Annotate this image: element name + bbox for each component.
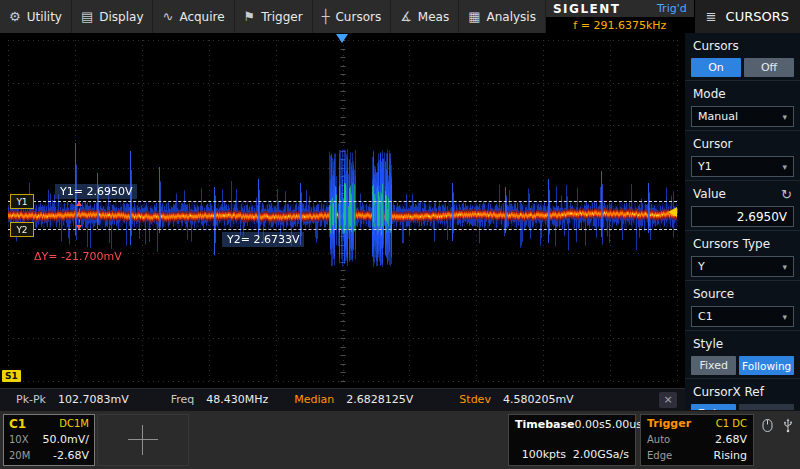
- trigger-level: 2.68V: [715, 433, 747, 447]
- measurement-label: Pk-Pk: [16, 393, 46, 406]
- cursors-type-section-label: Cursors Type: [685, 230, 800, 253]
- channel-probe: 10X: [9, 433, 29, 447]
- source-value: C1: [698, 310, 713, 323]
- menu-cursors-label: Cursors: [335, 10, 381, 24]
- measurement-median: Median 2.6828125V: [294, 393, 413, 406]
- cursor-y2-readout: Y2= 2.6733V: [222, 232, 304, 247]
- cursorx-ref-section-label: CursorX Ref: [685, 378, 800, 401]
- cursors-panel: Cursors On Off Mode Manual ▾ Cursor Y1 ▾…: [685, 33, 800, 410]
- channel-bandwidth: 20M: [9, 449, 30, 463]
- trigger-position-marker[interactable]: [336, 34, 348, 43]
- frequency-readout: f = 291.6375kHz: [546, 17, 694, 33]
- analysis-icon: ▦: [468, 10, 480, 23]
- source-dropdown[interactable]: C1 ▾: [691, 306, 794, 327]
- chevron-down-icon: ▾: [782, 262, 787, 272]
- measurement-value: 4.580205mV: [503, 393, 574, 406]
- mode-section-label: Mode: [685, 80, 800, 103]
- cursor-value-field[interactable]: 2.6950V: [691, 206, 794, 227]
- timebase-label: Timebase: [515, 418, 575, 432]
- menu-analysis[interactable]: ▦ Analysis: [459, 0, 546, 33]
- timebase-box[interactable]: Timebase 0.00s 5.00us/div 100kpts 2.00GS…: [508, 414, 636, 466]
- cursor-select-value: Y1: [698, 160, 712, 173]
- measurement-stdev: Stdev 4.580205mV: [459, 393, 573, 406]
- channel-offset: -2.68V: [53, 449, 89, 463]
- oscilloscope-screen: ⚙ Utility ▤ Display ∿ Acquire ⚑ Trigger …: [0, 0, 800, 469]
- cursor-y1-readout: Y1= 2.6950V: [55, 184, 137, 199]
- acquire-wave-icon: ∿: [162, 10, 173, 23]
- crosshair-zone[interactable]: [97, 414, 189, 466]
- trigger-type: Edge: [647, 449, 672, 463]
- menu-analysis-label: Analysis: [486, 10, 535, 24]
- menu-acquire-label: Acquire: [179, 10, 224, 24]
- measurement-pkpk: Pk-Pk 102.7083mV: [16, 393, 129, 406]
- segment-badge: S1: [2, 370, 21, 382]
- cursors-on-button[interactable]: On: [691, 58, 741, 77]
- timebase-rate: 2.00GSa/s: [573, 448, 629, 462]
- menu-meas-label: Meas: [418, 10, 449, 24]
- top-menu-bar: ⚙ Utility ▤ Display ∿ Acquire ⚑ Trigger …: [0, 0, 800, 33]
- cursors-type-dropdown[interactable]: Y ▾: [691, 256, 794, 277]
- usb-icon: [782, 418, 794, 433]
- cursors-on-off-toggle: On Off: [691, 58, 794, 77]
- menu-acquire[interactable]: ∿ Acquire: [153, 0, 234, 33]
- menu-list-icon: ≣: [706, 9, 717, 24]
- cursor-y2-line[interactable]: [8, 229, 677, 230]
- crosshair-icon: [128, 425, 158, 455]
- source-section-label: Source: [685, 280, 800, 303]
- measurement-value: 48.430MHz: [206, 393, 268, 406]
- close-measurements-button[interactable]: ×: [659, 392, 677, 408]
- menu-utility-label: Utility: [27, 10, 62, 24]
- menu-meas[interactable]: ∡ Meas: [391, 0, 459, 33]
- trigger-flag-icon: ⚑: [244, 10, 256, 23]
- style-following-button[interactable]: Following: [739, 356, 794, 375]
- cursor-y1-tag[interactable]: Y1: [10, 194, 34, 209]
- cursor-y2-tag[interactable]: Y2: [10, 222, 34, 237]
- corner-status-icons: [762, 418, 794, 433]
- measurement-bar: Pk-Pk 102.7083mV Freq 48.430MHz Median 2…: [0, 388, 685, 410]
- status-bar: C1 DC1M 10X 50.0mV/ 20M -2.68V Timebase …: [0, 410, 800, 469]
- trigger-slope: Rising: [714, 449, 747, 463]
- channel-coupling: DC1M: [59, 417, 89, 431]
- mode-dropdown[interactable]: Manual ▾: [691, 106, 794, 127]
- menu-trigger-label: Trigger: [261, 10, 302, 24]
- style-fixed-button[interactable]: Fixed: [691, 356, 736, 375]
- trigger-label: Trigger: [647, 417, 691, 431]
- mode-value: Manual: [698, 110, 738, 123]
- cursors-cross-icon: ┼: [322, 10, 330, 23]
- panel-title: CURSORS: [726, 9, 789, 24]
- menu-utility[interactable]: ⚙ Utility: [0, 0, 72, 33]
- channel-c1-box[interactable]: C1 DC1M 10X 50.0mV/ 20M -2.68V: [3, 414, 95, 466]
- panel-header: ≣ CURSORS: [694, 0, 800, 33]
- cursor-select-dropdown[interactable]: Y1 ▾: [691, 156, 794, 177]
- chevron-down-icon: ▾: [782, 112, 787, 122]
- waveform-display: Y1 Y2 Y1= 2.6950V Y2= 2.6733V ΔY= -21.70…: [0, 33, 685, 388]
- measurement-value: 102.7083mV: [58, 393, 129, 406]
- value-label-text: Value: [693, 187, 726, 201]
- channel-level-marker[interactable]: [668, 207, 677, 217]
- trigger-source: C1 DC: [716, 417, 747, 431]
- timebase-points: 100kpts: [522, 448, 566, 462]
- brand-logo: SIGLENT: [553, 2, 621, 16]
- measurement-freq: Freq 48.430MHz: [171, 393, 269, 406]
- waveform-canvas: [0, 33, 685, 388]
- cursors-type-value: Y: [698, 260, 705, 273]
- measurement-label: Median: [294, 393, 334, 406]
- trigger-box[interactable]: Trigger C1 DC Auto 2.68V Edge Rising: [640, 414, 754, 466]
- chevron-down-icon: ▾: [782, 312, 787, 322]
- channel-scale: 50.0mV/: [43, 433, 89, 447]
- measurement-label: Stdev: [459, 393, 491, 406]
- menu-cursors[interactable]: ┼ Cursors: [313, 0, 392, 33]
- menu-trigger[interactable]: ⚑ Trigger: [235, 0, 313, 33]
- value-section-label: Value ↻: [685, 180, 800, 203]
- cursors-section-label: Cursors: [685, 33, 800, 55]
- mouse-icon: [762, 418, 773, 433]
- style-toggle: Fixed Following: [691, 356, 794, 375]
- cursor-delta-connector: [79, 203, 80, 228]
- display-icon: ▤: [81, 10, 93, 23]
- cursors-off-button[interactable]: Off: [744, 58, 794, 77]
- cursor-y1-line[interactable]: [8, 201, 677, 202]
- style-section-label: Style: [685, 330, 800, 353]
- menu-display[interactable]: ▤ Display: [72, 0, 154, 33]
- refresh-icon[interactable]: ↻: [781, 188, 792, 201]
- trigger-status: Trig'd: [657, 2, 687, 15]
